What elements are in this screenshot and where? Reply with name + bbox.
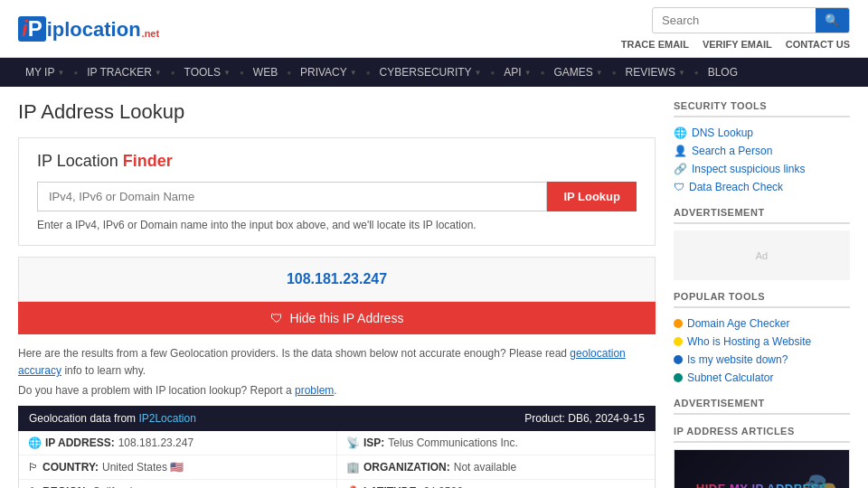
popular-tools-section: POPULAR TOOLS Domain Age Checker Who is …	[674, 291, 850, 387]
article-image: 🎭 HIDE MY IP ADDRESS	[675, 450, 849, 488]
table-row: 🌐 IP ADDRESS: 108.181.23.247 📡 ISP: Telu…	[19, 431, 655, 455]
finder-description: Enter a IPv4, IPv6 or Domain name into t…	[37, 219, 637, 231]
link-icon: 🔗	[674, 163, 687, 175]
trace-email-link[interactable]: TRACE EMAIL	[621, 39, 689, 50]
header-right: 🔍 TRACE EMAIL VERIFY EMAIL CONTACT US	[621, 7, 850, 50]
page-title: IP Address Lookup	[18, 100, 656, 124]
geo-cell: 📍 LATITUDE: 34.0526	[336, 480, 655, 488]
ip-lookup-button[interactable]: IP Lookup	[547, 182, 637, 211]
geo-product-info: Product: DB6, 2024-9-15	[524, 412, 645, 425]
articles-section: IP ADDRESS ARTICLES 🎭 HIDE MY IP ADDRESS…	[674, 426, 850, 488]
person-icon: 👤	[674, 145, 687, 157]
nav-item-iptracker[interactable]: IP TRACKER▼	[80, 58, 169, 87]
nav-item-api[interactable]: API▼	[496, 58, 538, 87]
ip-address-display[interactable]: 108.181.23.247	[287, 271, 387, 286]
article-card: 🎭 HIDE MY IP ADDRESS March 1, 2016 How t…	[674, 449, 850, 488]
geo-table-body: 🌐 IP ADDRESS: 108.181.23.247 📡 ISP: Telu…	[18, 431, 656, 488]
globe-icon: 🌐	[674, 127, 687, 139]
finder-title: IP Location Finder	[37, 152, 637, 171]
sidebar-item-dns[interactable]: 🌐 DNS Lookup	[674, 124, 850, 142]
logo[interactable]: iP iplocation .net	[18, 16, 159, 42]
shield-icon: 🛡	[674, 181, 684, 193]
sidebar-item-search-person[interactable]: 👤 Search a Person	[674, 142, 850, 160]
geo-provider-name: IP2Location	[138, 412, 195, 425]
sidebar-item-domain-age[interactable]: Domain Age Checker	[674, 314, 850, 333]
advertisement-section-2: ADVERTISEMENT	[674, 398, 850, 415]
table-row: 🗺 REGION: California 📍 LATITUDE: 34.0526	[19, 480, 655, 488]
geo-cell: 📡 ISP: Telus Communications Inc.	[336, 431, 655, 455]
advertisement-title-2: ADVERTISEMENT	[674, 398, 850, 415]
security-tools-title: SECURITY TOOLS	[674, 100, 850, 117]
results-problem: Do you have a problem with IP location l…	[18, 384, 656, 397]
orange-dot-icon	[674, 319, 683, 328]
nav-item-games[interactable]: GAMES▼	[546, 58, 609, 87]
sidebar-item-website-down[interactable]: Is my website down?	[674, 351, 850, 369]
security-tools-section: SECURITY TOOLS 🌐 DNS Lookup 👤 Search a P…	[674, 100, 850, 196]
search-button[interactable]: 🔍	[816, 8, 849, 33]
logo-net: .net	[142, 28, 160, 39]
results-intro: Here are the results from a few Geolocat…	[18, 345, 656, 380]
sidebar-item-who-hosting[interactable]: Who is Hosting a Website	[674, 333, 850, 351]
yellow-dot-icon	[674, 337, 683, 346]
articles-title: IP ADDRESS ARTICLES	[674, 426, 850, 443]
hide-ip-label: Hide this IP Address	[290, 311, 404, 325]
main-layout: IP Address Lookup IP Location Finder IP …	[0, 87, 868, 488]
geo-table: Geolocation data from IP2Location Produc…	[18, 406, 656, 488]
sidebar-item-subnet[interactable]: Subnet Calculator	[674, 369, 850, 387]
nav-item-web[interactable]: WEB	[246, 58, 285, 87]
advertisement-title-1: ADVERTISEMENT	[674, 207, 850, 224]
sidebar-item-inspect-links[interactable]: 🔗 Inspect suspicious links	[674, 160, 850, 178]
teal-dot-icon	[674, 373, 683, 382]
popular-tools-title: POPULAR TOOLS	[674, 291, 850, 308]
search-input[interactable]	[653, 9, 816, 32]
nav-bar: MY IP▼ ● IP TRACKER▼ ● TOOLS▼ ● WEB ● PR…	[0, 58, 868, 87]
advertisement-placeholder-1: Ad	[674, 230, 850, 280]
header-links: TRACE EMAIL VERIFY EMAIL CONTACT US	[621, 39, 850, 50]
geo-table-header: Geolocation data from IP2Location Produc…	[18, 406, 656, 431]
sidebar-item-data-breach[interactable]: 🛡 Data Breach Check	[674, 178, 850, 196]
geo-cell: 🗺 REGION: California	[19, 480, 336, 488]
geo-cell: 🌐 IP ADDRESS: 108.181.23.247	[19, 431, 336, 455]
header: iP iplocation .net 🔍 TRACE EMAIL VERIFY …	[0, 0, 868, 58]
finder-box: IP Location Finder IP Lookup Enter a IPv…	[18, 137, 656, 246]
contact-us-link[interactable]: CONTACT US	[786, 39, 850, 50]
sidebar: SECURITY TOOLS 🌐 DNS Lookup 👤 Search a P…	[674, 100, 850, 488]
input-row: IP Lookup	[37, 182, 637, 211]
nav-item-myip[interactable]: MY IP▼	[18, 58, 71, 87]
nav-item-privacy[interactable]: PRIVACY▼	[293, 58, 364, 87]
hide-ip-button[interactable]: 🛡 Hide this IP Address	[18, 302, 656, 334]
article-image-text: HIDE MY IP ADDRESS	[696, 482, 827, 488]
hide-ip-icon: 🛡	[270, 311, 283, 325]
finder-accent: Finder	[123, 152, 173, 170]
blue-dot-icon	[674, 355, 683, 364]
content-area: IP Address Lookup IP Location Finder IP …	[18, 100, 656, 488]
ip-result-box: 108.181.23.247	[18, 257, 656, 302]
problem-link[interactable]: problem	[295, 384, 334, 397]
logo-ip-box: iP	[18, 16, 46, 42]
nav-item-tools[interactable]: TOOLS▼	[177, 58, 238, 87]
nav-item-cybersecurity[interactable]: CYBERSECURITY▼	[373, 58, 489, 87]
verify-email-link[interactable]: VERIFY EMAIL	[703, 39, 772, 50]
geo-cell: 🏳 COUNTRY: United States 🇺🇸	[19, 455, 336, 479]
geo-cell: 🏢 ORGANIZATION: Not available	[336, 455, 655, 479]
advertisement-section-1: ADVERTISEMENT Ad	[674, 207, 850, 280]
table-row: 🏳 COUNTRY: United States 🇺🇸 🏢 ORGANIZATI…	[19, 455, 655, 480]
ip-input-field[interactable]	[37, 182, 547, 211]
nav-item-blog[interactable]: BLOG	[701, 58, 745, 87]
nav-item-reviews[interactable]: REVIEWS▼	[618, 58, 693, 87]
search-container: 🔍	[652, 7, 850, 33]
logo-text: iplocation	[47, 18, 141, 42]
